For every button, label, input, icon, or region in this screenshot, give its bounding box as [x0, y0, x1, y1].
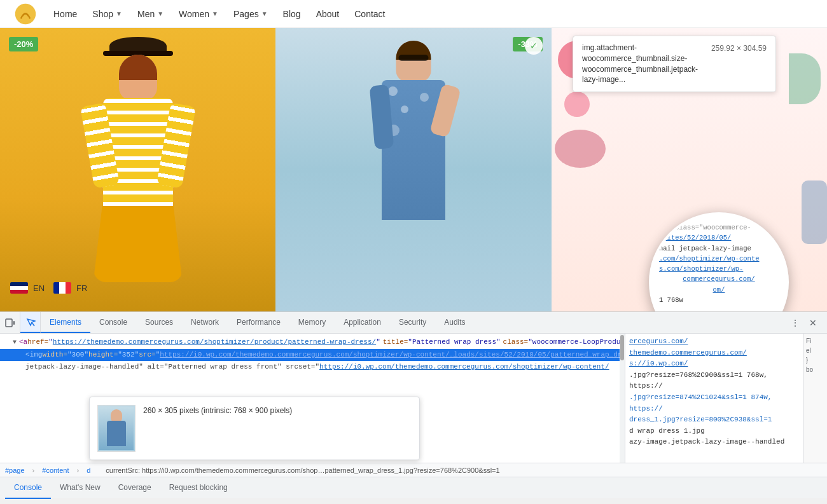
url-line-1: ercegurus.com/	[629, 336, 799, 348]
devtools-inspect-btn[interactable]	[20, 312, 41, 333]
url-line-8: azy-image.jetpack-lazy-image--handled	[629, 437, 799, 448]
devtools-panel: Elements Console Sources Network Perform…	[0, 311, 827, 498]
expand-arrow-1[interactable]: ▼	[13, 337, 17, 348]
continuation-text: jetpack-lazy-image--handled" alt="Patter…	[25, 362, 609, 373]
url-line-7: d wrap dress 1.jpg	[629, 426, 799, 437]
tab-audits[interactable]: Audits	[435, 312, 474, 333]
website-preview: Home Shop ▼ Men ▼ Women ▼ Pages ▼ Blog A…	[0, 0, 827, 311]
infobar-currentsrc: currentSrc: https://i0.wp.com/themedemo.…	[106, 467, 499, 474]
tab-sources[interactable]: Sources	[136, 312, 182, 333]
nav-shop[interactable]: Shop ▼	[92, 9, 122, 19]
attr-title-val: "Patterned wrap dress"	[408, 337, 500, 348]
html-line-3: jetpack-lazy-image--handled" alt="Patter…	[0, 361, 625, 374]
image-pixel-size: 260 × 305 pixels (intrinsic: 768 × 900 p…	[143, 405, 292, 417]
uk-flag	[10, 282, 28, 294]
svg-rect-3	[6, 319, 12, 327]
nav-women[interactable]: Women ▼	[179, 9, 218, 19]
right-label-el[interactable]: el	[803, 346, 827, 355]
product-grid: -20% -33% ✓	[0, 28, 827, 311]
bottom-tab-coverage[interactable]: Coverage	[109, 477, 160, 499]
right-label-fi[interactable]: Fi	[803, 336, 827, 346]
image-preview-content: 260 × 305 pixels (intrinsic: 768 × 900 p…	[90, 397, 419, 460]
tag-img-open: <img	[25, 350, 42, 361]
nav-pages[interactable]: Pages ▼	[233, 9, 268, 19]
nav-men[interactable]: Men ▼	[137, 9, 163, 19]
magnifier-line-4: .com/shoptimizer/wp-conte	[659, 254, 779, 264]
attr-width-val: "300"	[67, 350, 88, 361]
nav-home[interactable]: Home	[53, 9, 77, 19]
tab-elements[interactable]: Elements	[41, 312, 90, 333]
breadcrumb-sep-2: ›	[76, 467, 79, 474]
tooltip-selector-text: img.attachment-woocommerce_thumbnail.siz…	[582, 43, 704, 85]
url-line-4: .jpg?resize=768%2C900&ssl=1 768w, https:…	[629, 370, 799, 392]
attr-width: width=	[42, 350, 67, 361]
devtools-right-buttons: ⋮ ✕	[786, 312, 827, 333]
tab-console[interactable]: Console	[90, 312, 136, 333]
html-scrollbar[interactable]	[620, 334, 625, 463]
magnifier-line-3: nail jetpack-lazy-image	[659, 243, 779, 254]
image-preview-thumbnail	[97, 405, 136, 452]
attr-height: height=	[88, 350, 118, 361]
devtools-close-icon[interactable]: ✕	[804, 314, 822, 332]
attr-class-val: "woocommerce-LoopProduct-link woocommerc…	[528, 337, 625, 348]
url-line-2: themedemo.commercegurus.com/	[629, 348, 799, 359]
nav-contact[interactable]: Contact	[354, 9, 385, 19]
attr-src-val: "https://i0.wp.com/themedemo.commercegur…	[156, 350, 625, 361]
product-card-1: -20%	[0, 28, 275, 311]
breadcrumb-content[interactable]: #content	[42, 467, 69, 474]
attr-href-val: "https://themedemo.commercegurus.com/sho…	[48, 337, 380, 348]
html-line-2-selected: <img width="300" height="352" src="https…	[0, 349, 625, 362]
magnifier-line-7: om/	[659, 285, 779, 295]
right-label-bo[interactable]: bo	[803, 365, 827, 374]
language-selector[interactable]: EN FR	[10, 282, 87, 294]
bottom-tab-request-blocking[interactable]: Request blocking	[160, 477, 237, 499]
right-labels-panel: Fi el } bo	[803, 334, 827, 463]
right-url-panel: ercegurus.com/ themedemo.commercegurus.c…	[625, 334, 803, 463]
breadcrumb-sep-1: ›	[32, 467, 35, 474]
lang-en[interactable]: EN	[33, 283, 45, 293]
lang-fr[interactable]: FR	[76, 283, 87, 293]
badge-discount-1: -20%	[9, 37, 38, 51]
tab-application[interactable]: Application	[335, 312, 390, 333]
attr-href: href=	[27, 337, 48, 348]
devtools-toggle-btn[interactable]	[0, 312, 20, 333]
tab-memory[interactable]: Memory	[289, 312, 335, 333]
tag-a-open: <a	[19, 337, 27, 348]
tab-performance[interactable]: Performance	[228, 312, 289, 333]
tooltip-size-text: 259.92 × 304.59	[711, 44, 767, 53]
nav-blog[interactable]: Blog	[283, 9, 301, 19]
devtools-more-icon[interactable]: ⋮	[786, 314, 804, 332]
url-line-6: dress_1.jpg?resize=800%2C938&ssl=1	[629, 414, 799, 426]
devtools-bottom-tabbar: Console What's New Coverage Request bloc…	[0, 477, 827, 498]
image-size-info: 260 × 305 pixels (intrinsic: 768 × 900 p…	[143, 405, 292, 417]
wishlist-icon[interactable]: ✓	[525, 37, 543, 55]
bottom-tab-console[interactable]: Console	[5, 477, 51, 499]
breadcrumb-page[interactable]: #page	[5, 467, 25, 474]
html-scrollbar-thumb	[620, 335, 624, 360]
devtools-breadcrumb-bar: #page › #content › d currentSrc: https:/…	[0, 463, 827, 477]
site-logo	[13, 3, 38, 25]
right-label-brace[interactable]: }	[803, 355, 827, 365]
url-line-5: .jpg?resize=874%2C1024&ssl=1 874w, https…	[629, 392, 799, 414]
html-line-1: ▼ <a href="https://themedemo.commercegur…	[0, 336, 625, 349]
element-tooltip: img.attachment-woocommerce_thumbnail.siz…	[573, 36, 776, 92]
breadcrumb-d[interactable]: d	[87, 467, 90, 474]
attr-class: class=	[503, 337, 529, 348]
tab-security[interactable]: Security	[390, 312, 435, 333]
magnifier-line-2: /sites/52/2018/05/	[659, 233, 779, 243]
image-preview-tooltip: 260 × 305 pixels (intrinsic: 768 × 900 p…	[89, 397, 420, 460]
nav-about[interactable]: About	[316, 9, 340, 19]
magnifier-line-8: 1 768w	[659, 295, 779, 305]
product-card-2: -33% ✓	[275, 28, 551, 311]
bottom-tab-whatsnew[interactable]: What's New	[51, 477, 109, 499]
magnifier-line-6: commercegurus.com/	[659, 274, 779, 284]
fr-flag	[53, 282, 71, 294]
attr-src: src=	[139, 350, 155, 361]
magnifier-line-5: s.com/shoptimizer/wp-	[659, 264, 779, 274]
devtools-toolbar: Elements Console Sources Network Perform…	[0, 312, 827, 334]
svg-line-5	[32, 322, 34, 326]
tab-network[interactable]: Network	[182, 312, 228, 333]
url-line-3: s://i0.wp.com/	[629, 358, 799, 370]
attr-height-val: "352"	[118, 350, 139, 361]
svg-rect-4	[13, 321, 15, 325]
